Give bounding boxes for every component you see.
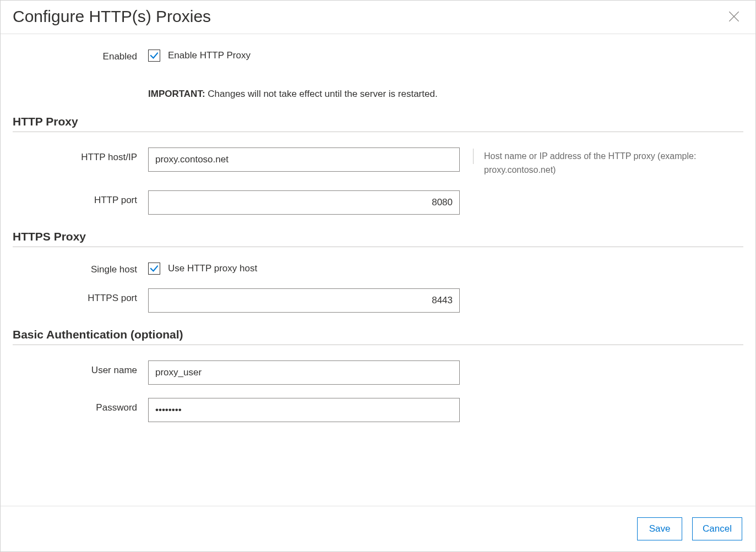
configure-proxies-dialog: Configure HTTP(s) Proxies Enabled Enable…	[0, 0, 756, 552]
close-button[interactable]	[725, 7, 743, 26]
single-host-label: Single host	[13, 263, 148, 275]
dialog-footer: Save Cancel	[1, 506, 755, 551]
section-basic-auth: Basic Authentication (optional)	[13, 328, 743, 345]
enabled-control: Enable HTTP Proxy	[148, 50, 460, 62]
section-http-proxy: HTTP Proxy	[13, 115, 743, 132]
use-http-proxy-host-checkbox[interactable]	[148, 263, 160, 275]
important-note: IMPORTANT: Changes will not take effect …	[148, 74, 438, 100]
https-port-row: HTTPS port	[13, 288, 743, 313]
username-input[interactable]	[148, 360, 460, 385]
enable-http-proxy-label[interactable]: Enable HTTP Proxy	[168, 50, 251, 61]
important-row: IMPORTANT: Changes will not take effect …	[13, 74, 743, 100]
username-label: User name	[13, 360, 148, 376]
http-host-input[interactable]	[148, 147, 460, 172]
http-port-input[interactable]	[148, 190, 460, 215]
http-host-help: Host name or IP address of the HTTP prox…	[460, 147, 743, 177]
password-input[interactable]	[148, 398, 460, 422]
important-prefix: IMPORTANT:	[148, 89, 205, 99]
checkmark-icon	[149, 264, 159, 274]
https-port-input[interactable]	[148, 288, 460, 313]
enable-http-proxy-checkbox[interactable]	[148, 50, 160, 62]
dialog-body: Enabled Enable HTTP Proxy IMPORTANT: Cha…	[1, 34, 755, 506]
password-label: Password	[13, 398, 148, 413]
dialog-title: Configure HTTP(s) Proxies	[13, 7, 211, 26]
password-row: Password	[13, 398, 743, 422]
section-https-proxy: HTTPS Proxy	[13, 230, 743, 247]
close-icon	[727, 9, 741, 24]
https-port-label: HTTPS port	[13, 288, 148, 304]
username-row: User name	[13, 360, 743, 385]
use-http-proxy-host-label[interactable]: Use HTTP proxy host	[168, 263, 257, 274]
important-message: Changes will not take effect until the s…	[205, 89, 438, 99]
http-host-label: HTTP host/IP	[13, 147, 148, 163]
enabled-label: Enabled	[13, 50, 148, 62]
dialog-header: Configure HTTP(s) Proxies	[1, 1, 755, 34]
checkmark-icon	[149, 51, 159, 61]
single-host-row: Single host Use HTTP proxy host	[13, 263, 743, 275]
save-button[interactable]: Save	[637, 517, 682, 540]
enabled-row: Enabled Enable HTTP Proxy	[13, 50, 743, 62]
http-port-row: HTTP port	[13, 190, 743, 215]
http-host-row: HTTP host/IP Host name or IP address of …	[13, 147, 743, 177]
http-port-label: HTTP port	[13, 190, 148, 206]
cancel-button[interactable]: Cancel	[692, 517, 742, 540]
